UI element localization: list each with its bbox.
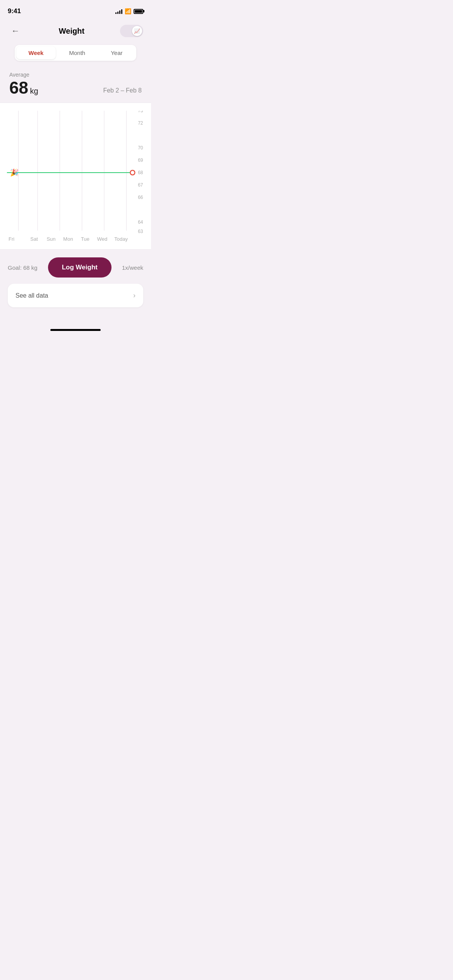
svg-text:66: 66 xyxy=(138,195,143,200)
see-all-text: See all data xyxy=(15,292,48,299)
svg-text:68: 68 xyxy=(138,170,143,175)
home-bar xyxy=(50,329,101,331)
tab-container: Week Month Year xyxy=(0,45,151,69)
goal-text: Goal: 68 kg xyxy=(8,264,38,271)
status-icons: 📶 xyxy=(115,8,143,14)
svg-point-7 xyxy=(130,170,135,175)
average-value: 68 xyxy=(9,78,28,97)
trend-icon: 📈 xyxy=(134,28,140,34)
wifi-icon: 📶 xyxy=(125,8,131,14)
average-block: Average 68 kg xyxy=(9,72,38,96)
action-row: Goal: 68 kg Log Weight 1x/week xyxy=(8,257,143,278)
svg-text:73: 73 xyxy=(138,111,143,113)
back-button[interactable]: ← xyxy=(8,23,23,39)
see-all-data-card[interactable]: See all data › xyxy=(8,284,143,307)
tab-week[interactable]: Week xyxy=(16,46,56,59)
svg-text:70: 70 xyxy=(138,145,143,151)
svg-text:69: 69 xyxy=(138,158,143,163)
chart-container: 🎉 73 72 70 69 68 6 xyxy=(0,103,151,250)
x-label-mon: Mon xyxy=(60,236,77,242)
tab-year[interactable]: Year xyxy=(98,46,135,59)
x-label-today: Today xyxy=(111,236,128,242)
chart-svg: 73 72 70 69 68 67 66 64 63 xyxy=(3,111,145,235)
trend-toggle[interactable]: 📈 xyxy=(120,25,143,37)
average-unit: kg xyxy=(30,87,38,95)
svg-text:72: 72 xyxy=(138,120,143,126)
header: ← Weight 📈 xyxy=(0,19,151,45)
svg-text:63: 63 xyxy=(138,229,143,234)
signal-icon xyxy=(115,9,122,14)
x-label-tue: Tue xyxy=(77,236,94,242)
status-bar: 9:41 📶 xyxy=(0,0,151,19)
x-label-sun: Sun xyxy=(43,236,60,242)
x-label-wed: Wed xyxy=(94,236,111,242)
tab-group: Week Month Year xyxy=(15,45,137,61)
celebration-emoji: 🎉 xyxy=(10,168,19,177)
page-title: Weight xyxy=(59,27,84,36)
chart-area: 🎉 73 72 70 69 68 6 xyxy=(3,111,145,235)
average-label: Average xyxy=(9,72,38,78)
x-labels: Fri Sat Sun Mon Tue Wed Today xyxy=(3,235,131,242)
tab-month[interactable]: Month xyxy=(57,46,98,59)
back-arrow-icon: ← xyxy=(11,26,20,36)
svg-text:67: 67 xyxy=(138,182,143,188)
x-label-fri: Fri xyxy=(9,236,26,242)
home-indicator xyxy=(0,321,151,334)
svg-text:64: 64 xyxy=(138,219,143,225)
chevron-right-icon: › xyxy=(133,291,136,300)
log-weight-button[interactable]: Log Weight xyxy=(48,257,112,278)
battery-icon xyxy=(134,9,143,14)
frequency-text: 1x/week xyxy=(122,264,143,271)
bottom-section: Goal: 68 kg Log Weight 1x/week See all d… xyxy=(0,250,151,321)
x-label-sat: Sat xyxy=(26,236,43,242)
status-time: 9:41 xyxy=(8,7,21,15)
average-value-row: 68 kg xyxy=(9,79,38,96)
date-range: Feb 2 – Feb 8 xyxy=(103,87,142,96)
trend-toggle-thumb: 📈 xyxy=(132,26,142,36)
stats-section: Average 68 kg Feb 2 – Feb 8 xyxy=(0,69,151,103)
